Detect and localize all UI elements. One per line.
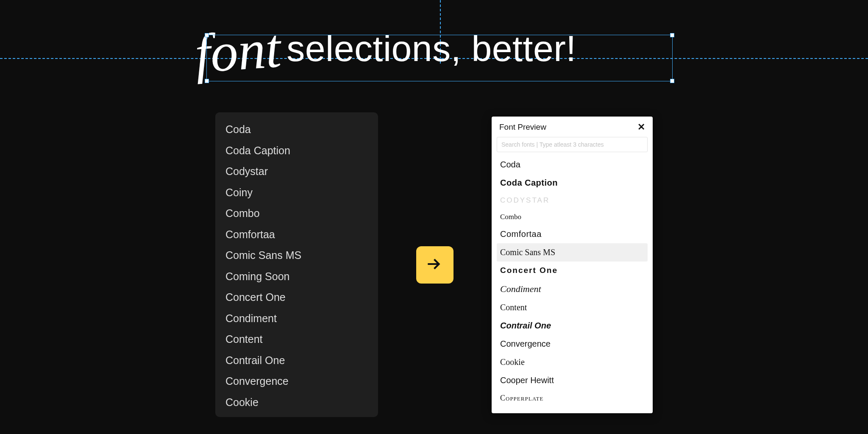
- font-preview-item[interactable]: Comfortaa: [497, 225, 648, 243]
- font-list-item[interactable]: Condiment: [215, 308, 378, 329]
- font-list-item[interactable]: Combo: [215, 203, 378, 224]
- font-preview-item[interactable]: Coda: [497, 156, 648, 174]
- font-search-input[interactable]: [497, 137, 648, 152]
- font-preview-item[interactable]: Cookie: [497, 353, 648, 371]
- font-list-item[interactable]: Coiny: [215, 182, 378, 203]
- resize-handle-bl[interactable]: [205, 79, 209, 83]
- font-list-item[interactable]: Coda Caption: [215, 140, 378, 161]
- font-preview-header: Font Preview ✕: [492, 117, 653, 137]
- font-preview-item[interactable]: Cooper Hewitt: [497, 371, 648, 389]
- font-list-item[interactable]: Concert One: [215, 287, 378, 308]
- font-preview-item[interactable]: CODYSTAR: [497, 192, 648, 209]
- selection-frame[interactable]: [206, 35, 673, 81]
- font-list-item[interactable]: Comfortaa: [215, 224, 378, 245]
- font-preview-item[interactable]: Coda Caption: [497, 174, 648, 192]
- font-list-item[interactable]: Cookie: [215, 392, 378, 413]
- font-list-item[interactable]: Coda: [215, 119, 378, 140]
- font-preview-title: Font Preview: [499, 122, 546, 132]
- resize-handle-br[interactable]: [670, 79, 674, 83]
- font-preview-item[interactable]: Convergence: [497, 335, 648, 353]
- resize-handle-tl[interactable]: [205, 33, 209, 37]
- font-list-item[interactable]: Codystar: [215, 161, 378, 182]
- font-preview-item[interactable]: Content: [497, 298, 648, 317]
- font-list-item[interactable]: Comic Sans MS: [215, 245, 378, 266]
- arrow-right-badge: [416, 246, 453, 284]
- font-preview-item[interactable]: Comic Sans MS: [497, 243, 648, 262]
- font-list-item[interactable]: Convergence: [215, 371, 378, 392]
- font-preview-item[interactable]: Copperplate: [497, 389, 648, 407]
- font-preview-list: CodaCoda CaptionCODYSTARComboComfortaaCo…: [492, 156, 653, 413]
- font-preview-item[interactable]: Contrail One: [497, 317, 648, 335]
- font-list-item[interactable]: Content: [215, 329, 378, 350]
- font-preview-item[interactable]: Combo: [497, 209, 648, 225]
- close-icon[interactable]: ✕: [637, 122, 645, 132]
- plain-font-list-panel: CodaCoda CaptionCodystarCoinyComboComfor…: [215, 112, 378, 417]
- font-preview-item[interactable]: Concert One: [497, 262, 648, 279]
- font-list-item[interactable]: Contrail One: [215, 350, 378, 371]
- resize-handle-tr[interactable]: [670, 33, 674, 37]
- font-list-item[interactable]: Coming Soon: [215, 266, 378, 287]
- font-preview-item[interactable]: Condiment: [497, 279, 648, 299]
- arrow-right-icon: [424, 253, 445, 276]
- font-preview-panel: Font Preview ✕ CodaCoda CaptionCODYSTARC…: [492, 117, 653, 413]
